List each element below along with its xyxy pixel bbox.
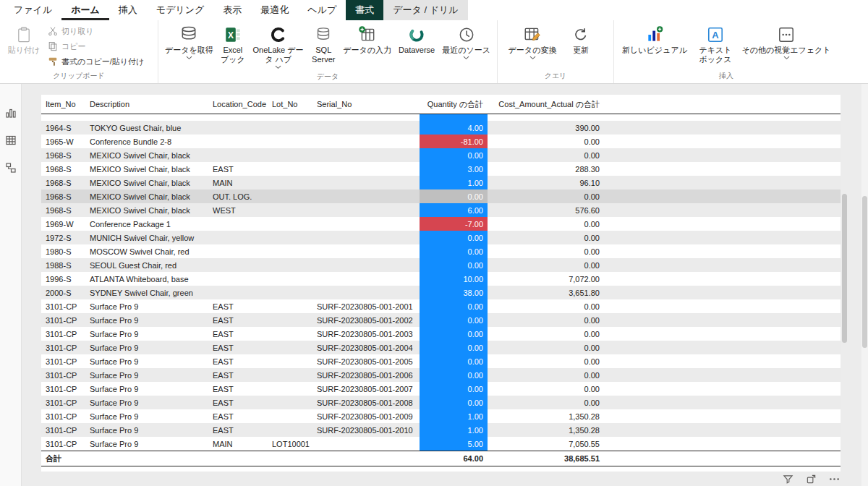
onelake-hub-button[interactable]: OneLake データ ハブ [250,22,306,71]
table-row-clipped[interactable] [41,114,841,121]
table-row[interactable]: 3101-CP Surface Pro 9 EAST SURF-20230805… [41,368,841,382]
copy-button[interactable]: コピー [45,39,147,54]
table-row[interactable]: 1968-S MEXICO Swivel Chair, black 0.00 0… [41,148,841,162]
table-header-row: Item_No Description Location_Code Lot_No… [41,95,841,114]
cell-cost-amount: 0.00 [488,148,604,162]
table-visual[interactable]: Item_No Description Location_Code Lot_No… [41,95,841,472]
new-visual-button[interactable]: 新しいビジュアル [618,22,691,56]
cell-item-no: 1968-S [41,203,85,217]
tab-optimize[interactable]: 最適化 [251,0,298,20]
table-row[interactable]: 3101-CP Surface Pro 9 EAST SURF-20230805… [41,299,841,313]
more-visuals-icon [777,24,796,46]
model-view-icon[interactable] [4,161,18,175]
table-row[interactable]: 3101-CP Surface Pro 9 EAST SURF-20230805… [41,313,841,327]
table-row[interactable]: 1980-S MOSCOW Swivel Chair, red 0.00 0.0… [41,244,841,258]
cell-quantity: 0.00 [420,382,488,396]
sql-server-button[interactable]: SQL Server [309,22,338,66]
transform-data-button[interactable]: データの変換 [502,22,563,61]
cell-lot-no [268,162,312,176]
chevron-down-icon [783,56,790,60]
cell-location-code [208,148,268,162]
more-options-icon[interactable] [827,473,841,485]
table-row[interactable]: 3101-CP Surface Pro 9 EAST SURF-20230805… [41,327,841,341]
tab-format[interactable]: 書式 [346,0,383,20]
page-scrollbar-thumb[interactable] [862,196,867,348]
table-row[interactable]: 1968-S MEXICO Swivel Chair, black EAST 3… [41,162,841,176]
table-row[interactable]: 3101-CP Surface Pro 9 EAST SURF-20230805… [41,423,841,437]
get-data-button[interactable]: データを取得 [163,22,216,61]
more-visuals-button[interactable]: その他の視覚エフェクト [740,22,833,61]
tab-modeling[interactable]: モデリング [147,0,214,20]
tab-file[interactable]: ファイル [4,0,61,20]
filter-icon[interactable] [781,473,794,485]
cell-lot-no [268,423,312,437]
cell-cost-amount: 0.00 [488,341,604,354]
cell-description: Surface Pro 9 [85,299,208,313]
table-row[interactable]: 1968-S MEXICO Swivel Chair, black WEST 6… [41,203,841,217]
excel-workbook-button[interactable]: X Excel ブック [218,22,247,66]
table-row[interactable]: 1965-W Conference Bundle 2-8 -81.00 0.00 [41,135,841,148]
column-header[interactable]: Item_No [41,100,85,108]
column-header[interactable]: Quantity の合計 [420,99,488,110]
group-label-query: クエリ [498,70,613,83]
copy-icon [48,41,58,53]
table-total-row: 合計 64.00 38,685.51 [41,451,841,466]
database-icon [179,24,198,46]
paste-button[interactable]: 貼り付け [4,22,43,56]
tab-data-drill[interactable]: データ / ドリル [383,0,467,20]
focus-mode-icon[interactable] [804,473,817,485]
tab-view[interactable]: 表示 [213,0,251,20]
cell-lot-no [268,217,312,231]
report-view-icon[interactable] [4,106,18,120]
table-row[interactable]: 1972-S MUNICH Swivel Chair, yellow 0.00 … [41,231,841,244]
cell-item-no: 3101-CP [41,354,85,368]
table-row[interactable]: 3101-CP Surface Pro 9 EAST SURF-20230805… [41,382,841,396]
cell-cost-amount: 0.00 [488,299,604,313]
column-header[interactable]: Cost_Amount_Actual の合計 [488,99,604,110]
table-row[interactable]: 1988-S SEOUL Guest Chair, red 0.00 0.00 [41,258,841,272]
cut-button[interactable]: 切り取り [45,24,147,39]
text-box-button[interactable]: A テキスト ボックス [694,22,737,66]
refresh-button[interactable]: 更新 [566,22,596,56]
column-header[interactable]: Lot_No [268,100,312,108]
table-row[interactable]: 1996-S ATLANTA Whiteboard, base 10.00 7,… [41,272,841,286]
tab-help[interactable]: ヘルプ [298,0,346,20]
cell-serial-no [312,286,420,299]
recent-sources-button[interactable]: 最近のソース [440,22,493,61]
table-row[interactable]: 1969-W Conference Package 1 -7.00 0.00 [41,217,841,231]
table-row[interactable]: 1968-S MEXICO Swivel Chair, black OUT. L… [41,189,841,203]
cell-description: TOKYO Guest Chair, blue [85,121,208,135]
table-row[interactable]: 3101-CP Surface Pro 9 EAST SURF-20230805… [41,341,841,354]
cell-serial-no: SURF-20230805-001-2001 [312,299,420,313]
table-row[interactable]: 3101-CP Surface Pro 9 EAST SURF-20230805… [41,409,841,423]
excel-icon: X [224,24,242,46]
table-row[interactable]: 3101-CP Surface Pro 9 EAST SURF-20230805… [41,354,841,368]
cell-lot-no [268,327,312,341]
table-row[interactable]: 1964-S TOKYO Guest Chair, blue 4.00 390.… [41,121,841,135]
table-row[interactable]: 1968-S MEXICO Swivel Chair, black MAIN 1… [41,176,841,189]
table-row[interactable]: 3101-CP Surface Pro 9 MAIN LOT10001 5.00… [41,437,841,451]
tab-home[interactable]: ホーム [61,0,109,20]
cell-location-code [208,286,268,299]
cell-cost-amount: 7,050.55 [488,437,604,451]
cell-quantity: 0.00 [420,341,488,354]
visual-scrollbar[interactable] [842,194,847,343]
tab-insert[interactable]: 挿入 [109,0,147,20]
cell-description: SEOUL Guest Chair, red [85,258,208,272]
column-header[interactable]: Serial_No [312,100,420,108]
table-row[interactable]: 2000-S SYDNEY Swivel Chair, green 38.00 … [41,286,841,299]
page-scrollbar[interactable] [861,84,868,486]
table-row[interactable]: 3101-CP Surface Pro 9 EAST SURF-20230805… [41,396,841,409]
column-header[interactable]: Location_Code [208,100,268,108]
enter-data-button[interactable]: データの入力 [341,22,393,56]
dataverse-button[interactable]: Dataverse [396,22,437,56]
format-painter-button[interactable]: 書式のコピー/貼り付け [45,54,147,69]
column-header[interactable]: Description [85,100,208,108]
cell-description: Conference Package 1 [85,217,208,231]
chart-plus-icon [645,24,664,46]
cell-item-no: 1988-S [41,258,85,272]
cell-lot-no [268,258,312,272]
cell-description: Surface Pro 9 [85,409,208,423]
data-view-icon[interactable] [4,133,18,148]
cell-serial-no [312,272,420,286]
